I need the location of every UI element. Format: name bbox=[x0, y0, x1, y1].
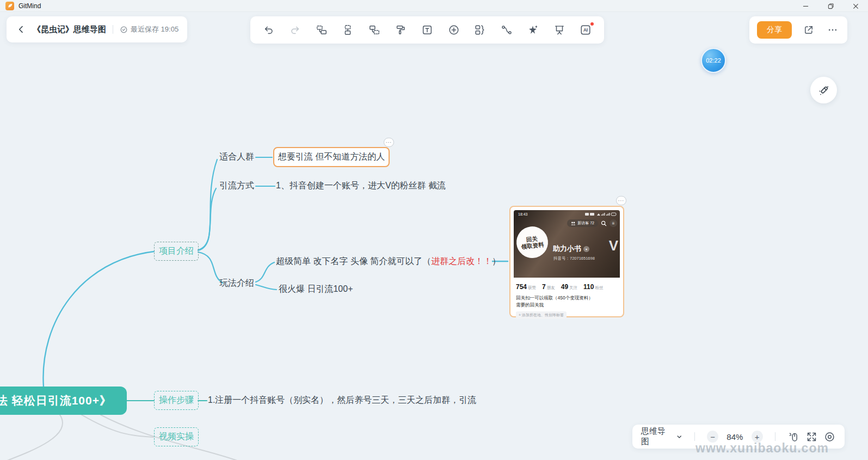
image-node-douyin-profile[interactable]: 18:43 新访客 72 ≡ 回关 领取资料 助力小书▾ bbox=[509, 206, 624, 317]
view-controls-bar: 思维导图 − 84% + bbox=[632, 425, 845, 449]
fullscreen-icon[interactable] bbox=[805, 430, 818, 443]
redo-icon[interactable] bbox=[287, 22, 303, 38]
chevron-down-icon bbox=[676, 433, 682, 440]
check-circle-icon bbox=[120, 26, 128, 34]
zoom-in-button[interactable]: + bbox=[752, 431, 763, 443]
stat-value: 7 bbox=[542, 283, 546, 291]
hamburger-menu-icon[interactable]: ≡ bbox=[610, 219, 617, 227]
stat-label: 朋友 bbox=[547, 285, 555, 290]
node-traffic-method[interactable]: 引流方式 bbox=[219, 180, 254, 192]
timer-widget[interactable]: 02:22 bbox=[701, 48, 726, 73]
comment-bubble-icon[interactable]: ⋯ bbox=[616, 196, 626, 205]
node-gameplay-child1[interactable]: 超级简单 改下名字 头像 简介就可以了（进群之后改！！） bbox=[276, 256, 501, 267]
node-video-practice[interactable]: 视频实操 bbox=[154, 427, 199, 446]
statusbar-icons bbox=[585, 212, 617, 217]
divider bbox=[694, 432, 695, 441]
export-icon[interactable] bbox=[802, 23, 816, 37]
stat-value: 110 bbox=[583, 283, 594, 291]
share-panel: 分享 bbox=[749, 16, 847, 44]
maximize-button[interactable] bbox=[818, 0, 843, 12]
profile-photo: 18:43 新访客 72 ≡ 回关 领取资料 助力小书▾ bbox=[514, 210, 620, 278]
magic-wand-icon[interactable] bbox=[525, 22, 541, 38]
insert-text-icon[interactable] bbox=[419, 22, 435, 38]
window-titlebar: GitMind bbox=[0, 0, 868, 12]
node-gameplay-intro[interactable]: 玩法介绍 bbox=[219, 278, 254, 289]
overview-eye-icon[interactable] bbox=[823, 430, 836, 443]
profile-id: 抖音号：72071651698 bbox=[553, 256, 595, 261]
root-node[interactable]: 玩法 轻松日引流100+》 bbox=[0, 387, 127, 415]
stat-label: 关注 bbox=[569, 285, 577, 290]
profile-avatar: 回关 领取资料 bbox=[515, 225, 550, 260]
profile-stats: 754获赞 7朋友 49关注 110粉丝 bbox=[516, 281, 618, 291]
insert-child-topic-icon[interactable] bbox=[340, 22, 356, 38]
presentation-icon[interactable] bbox=[551, 22, 568, 38]
ai-beautify-button[interactable] bbox=[810, 77, 837, 103]
zoom-out-button[interactable]: − bbox=[707, 431, 718, 443]
node-project-intro[interactable]: 项目介绍 bbox=[154, 242, 199, 261]
profile-bio-line1: 回关扣一可以领取（450个变现资料） bbox=[516, 295, 618, 302]
visitor-count: 新访客 72 bbox=[577, 220, 594, 226]
chevron-down-icon: ▾ bbox=[583, 246, 589, 252]
node-gameplay-child2[interactable]: 很火爆 日引流100+ bbox=[279, 284, 353, 295]
profile-bio-line2: 需要的回关我 bbox=[516, 302, 618, 309]
format-painter-icon[interactable] bbox=[392, 22, 409, 38]
ai-assistant-icon[interactable]: AI bbox=[577, 22, 594, 38]
layout-mode-select[interactable]: 思维导图 bbox=[641, 426, 682, 447]
timer-value: 02:22 bbox=[706, 57, 721, 64]
gameplay-text-suffix: ） bbox=[492, 256, 501, 266]
summary-icon[interactable] bbox=[472, 22, 488, 38]
document-title: 《昆虫记》思维导图 bbox=[33, 24, 106, 35]
connection-lines bbox=[0, 0, 868, 460]
gameplay-text-red: 进群之后改！！ bbox=[431, 256, 492, 266]
minimize-button[interactable] bbox=[793, 0, 818, 12]
insert-topic-before-icon[interactable] bbox=[313, 22, 330, 38]
profile-name: 助力小书 bbox=[553, 244, 581, 254]
main-toolbar: AI bbox=[250, 16, 604, 44]
more-menu-icon[interactable] bbox=[826, 23, 840, 37]
app-title: GitMind bbox=[19, 2, 41, 10]
node-suitable-people[interactable]: 适合人群 bbox=[219, 151, 254, 163]
gitmind-logo bbox=[5, 2, 14, 10]
node-traffic-child[interactable]: 1、抖音创建一个账号，进大V的粉丝群 截流 bbox=[276, 180, 446, 192]
avatar-text-2: 领取资料 bbox=[521, 241, 544, 250]
share-button[interactable]: 分享 bbox=[757, 21, 792, 39]
profile-info: 754获赞 7朋友 49关注 110粉丝 回关扣一可以领取（450个变现资料） … bbox=[514, 278, 620, 319]
stat-label: 获赞 bbox=[528, 285, 536, 290]
divider bbox=[113, 25, 113, 34]
layout-mode-label: 思维导图 bbox=[641, 426, 673, 447]
divider bbox=[775, 432, 775, 441]
zoom-level: 84% bbox=[724, 432, 746, 441]
stat-value: 754 bbox=[516, 283, 527, 291]
search-icon[interactable] bbox=[601, 220, 607, 226]
v-logo: V bbox=[609, 237, 618, 254]
svg-text:AI: AI bbox=[583, 28, 588, 33]
people-icon bbox=[571, 222, 576, 225]
undo-icon[interactable] bbox=[261, 22, 277, 38]
close-button[interactable] bbox=[843, 0, 868, 12]
visitor-pill[interactable]: 新访客 72 bbox=[567, 219, 598, 227]
insert-node-icon[interactable] bbox=[446, 22, 462, 38]
mouse-mode-icon[interactable] bbox=[787, 430, 800, 443]
wand-icon bbox=[817, 84, 830, 97]
back-button[interactable] bbox=[15, 23, 27, 35]
gameplay-text: 超级简单 改下名字 头像 简介就可以了（ bbox=[276, 256, 431, 266]
profile-add-tag[interactable]: + 添加所在地、性别等标签 bbox=[516, 311, 567, 319]
comment-bubble-icon[interactable]: ⋯ bbox=[384, 138, 394, 147]
stat-value: 49 bbox=[561, 283, 568, 291]
node-suitable-child-selected[interactable]: 想要引流 但不知道方法的人 bbox=[273, 147, 390, 167]
insert-topic-after-icon[interactable] bbox=[366, 22, 383, 38]
notification-dot bbox=[590, 22, 594, 26]
node-steps-child[interactable]: 1.注册一个抖音账号（别实名），然后养号三天，三天之后加群，引流 bbox=[208, 395, 476, 406]
save-status: 最近保存 19:05 bbox=[120, 24, 178, 34]
save-status-text: 最近保存 19:05 bbox=[131, 24, 178, 34]
node-operation-steps[interactable]: 操作步骤 bbox=[154, 391, 199, 410]
relation-line-icon[interactable] bbox=[498, 22, 515, 38]
document-header: 《昆虫记》思维导图 最近保存 19:05 bbox=[7, 16, 187, 42]
stat-label: 粉丝 bbox=[595, 285, 603, 290]
statusbar-time: 18:43 bbox=[518, 212, 528, 216]
